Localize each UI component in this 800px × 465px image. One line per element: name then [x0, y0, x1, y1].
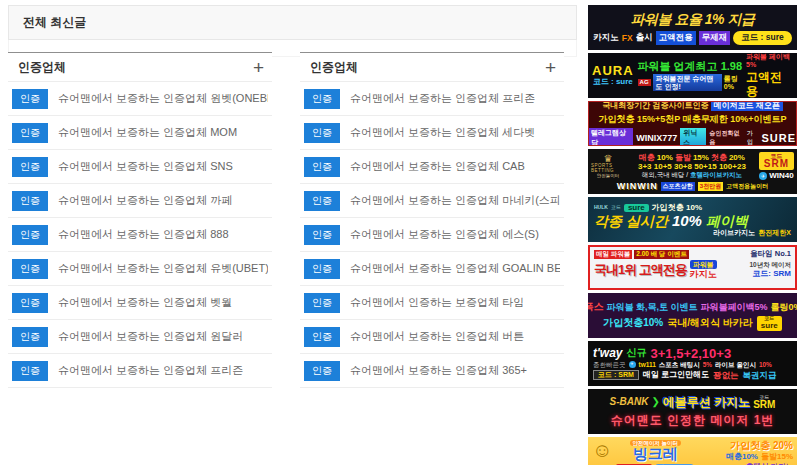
- list-item[interactable]: 인증슈어맨에서 보증하는 인증업체 365+: [300, 354, 564, 388]
- ad-banner-winix[interactable]: 국내최장기간 검증사이트인증 메이저코드 재오픈 가입첫충 15%+5천P 매충…: [588, 101, 797, 146]
- ad-banner-hulk-payback[interactable]: HULK 코드 sure 가입첫충 10% 각종 실시간 10% 페이백 라이브…: [588, 197, 797, 242]
- ad-bottom-row: WINWIN 스포츠상한 3천만원 고액전용놀이터: [591, 181, 794, 191]
- list-item-label: 슈어맨에서 보증하는 인증업체 원달러: [58, 329, 243, 344]
- list-item-label: 슈어맨에서 보증하는 인증업체 에스(S): [350, 227, 539, 242]
- telegram-icon: ✈: [759, 172, 767, 180]
- ad-text: 돌발15%: [761, 452, 793, 462]
- list-item[interactable]: 인증슈어맨에서 보증하는 인증업체 SNS: [8, 150, 272, 184]
- ad-top-row: S-BANK ❯ 에볼루션 카지노 코드 SRM: [610, 395, 776, 410]
- ad-banner-powerball-1pct[interactable]: 파워볼 요율 1% 지급 카지노 FX 출시 고액전용 무제재 코드 : sur…: [588, 5, 797, 50]
- list-item[interactable]: 인증슈어맨에서 보증하는 인증업체 벳월: [8, 286, 272, 320]
- ad-chip: 무제재: [699, 31, 731, 45]
- ad-banner-aura[interactable]: AURA 코드 : sure 파워볼 업계최고 1.98 AG 파워볼전문 슈어…: [588, 53, 797, 98]
- cert-badge: 인증: [304, 191, 340, 211]
- list-item[interactable]: 인증슈어맨에서 보증하는 인증업체 까페: [8, 184, 272, 218]
- list-item-label: 슈어맨에서 보증하는 인증업체 버튼: [350, 329, 524, 344]
- ad-text: 각종 실시간: [594, 214, 668, 228]
- list-item[interactable]: 인증슈어맨에서 보증하는 인증업체 원달러: [8, 320, 272, 354]
- ad-brand: 위닉스: [680, 128, 706, 147]
- ad-line: 충환빠른곳 ✈ tw111 스포츠 배팅시 5% 라이브 올인시 10%: [593, 361, 792, 369]
- ad-footline: AG 파워볼전문 슈어맨도 인정! 롤링0%: [638, 74, 743, 91]
- ad-text: 고액전용: [746, 70, 793, 99]
- list-item[interactable]: 인증슈어맨에서 보증하는 인증업체 CAB: [300, 150, 564, 184]
- list-item[interactable]: 인증슈어맨에서 보증하는 인증업체 버튼: [300, 320, 564, 354]
- ad-right-block: 가입첫충 20% 매충10% 돌발15% 호텔식 카지노 3+3 10+5 30…: [724, 440, 793, 465]
- ad-text: 가입첫충 10%: [652, 204, 702, 212]
- ad-banner-sbank-evolution[interactable]: S-BANK ❯ 에볼루션 카지노 코드 SRM 슈어맨도 인정한 메이저 1번: [588, 389, 797, 434]
- cert-panel-right: 인증업체 + 인증슈어맨에서 보증하는 인증업체 프리존 인증슈어맨에서 보증하…: [300, 52, 564, 388]
- ad-line: 가입첫충10% 국내/해외식 바카라 코드 sure: [603, 316, 781, 330]
- cert-badge: 인증: [12, 259, 48, 279]
- ad-text: 매일 로그인만해도: [643, 370, 709, 380]
- ad-line: 가입첫충 15%+5천P 매충무제한 10%+이벤트P: [599, 113, 787, 126]
- expand-plus-icon[interactable]: +: [249, 58, 268, 77]
- list-item-label: 슈어맨에서 보증하는 인증업체 MOM: [58, 125, 237, 140]
- ad-chip: 3천만원: [698, 182, 723, 191]
- ad-chip: 파워볼: [690, 260, 717, 269]
- list-item[interactable]: 인증슈어맨에서 보증하는 인증업체 MOM: [8, 116, 272, 150]
- cert-badge: 인증: [12, 157, 48, 177]
- cert-list: 인증슈어맨에서 보증하는 인증업체 원벳(ONEBET) 인증슈어맨에서 보증하…: [8, 81, 272, 388]
- ad-text: 가입첫충10%: [603, 316, 663, 330]
- ad-text: 3+1,5+2,10+3: [651, 347, 732, 360]
- list-item[interactable]: 인증슈어맨에서 보증하는 인증업체 세다벳: [300, 116, 564, 150]
- ad-title: 파워볼 요율 1% 지급: [631, 11, 755, 29]
- ad-banner-winwin[interactable]: ♛ SPORTS BETTING 안전놀이터 매충10% 돌발15% 첫충20%…: [588, 149, 797, 194]
- provider-logo: AG: [638, 79, 651, 86]
- expand-plus-icon[interactable]: +: [541, 58, 560, 77]
- cert-badge: 인증: [304, 259, 340, 279]
- list-item-label: 슈어맨에서 보증하는 인증업체 SNS: [58, 159, 233, 174]
- ad-banner-powerball-no1[interactable]: 매일 파워볼 2.00 배 당 이벤트 올타임 No.1 국내1위 고액전용 파…: [588, 245, 797, 290]
- ad-top-row: HULK 코드 sure 가입첫충 10%: [594, 204, 791, 212]
- ad-banner-fox-baccarat[interactable]: 폭스 파워볼 화,목,토 이벤트 파워볼페이백5% 롤링0% 가입첫충10% 국…: [588, 293, 797, 338]
- list-item-label: 슈어맨에서 보증하는 인증업체 프리존: [350, 91, 535, 106]
- ad-text: 파워볼 페이백5%: [746, 53, 793, 70]
- latest-posts-panel: 전체 최신글: [8, 5, 577, 57]
- ad-text: 10%: [672, 213, 702, 228]
- ad-banner-tway[interactable]: t'way 신규 3+1,5+2,10+3 충환빠른곳 ✈ tw111 스포츠 …: [588, 341, 797, 386]
- ad-line: 폭스 파워볼 화,목,토 이벤트 파워볼페이백5% 롤링0%: [588, 300, 797, 314]
- ad-text: 돌발: [675, 154, 691, 162]
- ad-chip: 매일 파워볼: [594, 250, 632, 259]
- ad-brand: 폭스: [588, 300, 603, 314]
- list-item[interactable]: 인증슈어맨에서 보증하는 인증업체 원벳(ONEBET): [8, 82, 272, 116]
- list-item-label: 슈어맨에서 인증하는 보증업체 타임: [350, 295, 524, 310]
- ad-line: 코드 : SRM 매일 로그인만해도 꽝없는 복권지급: [593, 370, 792, 380]
- cert-badge: 인증: [12, 361, 48, 381]
- list-item[interactable]: 인증슈어맨에서 보증하는 인증업체 888: [8, 218, 272, 252]
- promo-code: 코드 : sure: [733, 31, 792, 45]
- promo-code: SRM: [753, 400, 775, 410]
- ad-banner-bingre[interactable]: ☺ 안전메이저 놀이터 빙크레 코드 : 999 ✈Bingre 가입첫충 20…: [588, 437, 797, 465]
- list-item[interactable]: 인증슈어맨에서 보증하는 인증업체 프리존: [300, 82, 564, 116]
- ad-tags: 파워볼 카지노: [690, 260, 717, 279]
- list-item-label: 슈어맨에서 보증하는 인증업체 유벳(UBET): [58, 261, 268, 276]
- ad-text: 신규: [627, 348, 647, 358]
- ad-text: 안전놀이터: [597, 174, 620, 179]
- cert-badge: 인증: [12, 123, 48, 143]
- list-item-label: 슈어맨에서 보증하는 인증업체 세다벳: [350, 125, 535, 140]
- cert-panel-title: 인증업체: [310, 59, 358, 76]
- cert-badge: 인증: [304, 225, 340, 245]
- ad-text: 환전제한X: [758, 229, 791, 236]
- list-item[interactable]: 인증슈어맨에서 보증하는 인증업체 마네키(스피드 계열): [300, 184, 564, 218]
- ad-text: 복권지급: [743, 370, 777, 380]
- ad-text: 호텔라이브카지노: [690, 171, 742, 178]
- list-item[interactable]: 인증슈어맨에서 보증하는 인증업체 유벳(UBET): [8, 252, 272, 286]
- ad-text: 매충: [639, 154, 655, 162]
- ad-text: 롤링0%: [724, 75, 742, 90]
- ad-text: 가입첫충 20%: [730, 440, 793, 452]
- cert-badge: 인증: [304, 157, 340, 177]
- ad-text: 고액전용놀이터: [726, 182, 768, 191]
- list-item[interactable]: 인증슈어맨에서 보증하는 인증업체 GOALIN BET(골인벳): [300, 252, 564, 286]
- list-item[interactable]: 인증슈어맨에서 보증하는 인증업체 에스(S): [300, 218, 564, 252]
- latest-posts-header: 전체 최신글: [8, 5, 577, 40]
- ad-line: 매충10% 돌발15%: [726, 452, 793, 462]
- list-item[interactable]: 인증슈어맨에서 인증하는 보증업체 타임: [300, 286, 564, 320]
- cert-panel-left-header: 인증업체 +: [8, 53, 272, 81]
- list-item[interactable]: 인증슈어맨에서 보증하는 인증업체 프리즌: [8, 354, 272, 388]
- telegram-handle: WIN40: [769, 171, 793, 180]
- ad-text: 매충10%: [726, 452, 758, 462]
- ad-text: 호텔식 카지노: [746, 462, 793, 465]
- ad-line: 해외,국내 배당 / 호텔라이브카지노: [642, 172, 742, 179]
- list-item-label: 슈어맨에서 보증하는 인증업체 프리즌: [58, 363, 243, 378]
